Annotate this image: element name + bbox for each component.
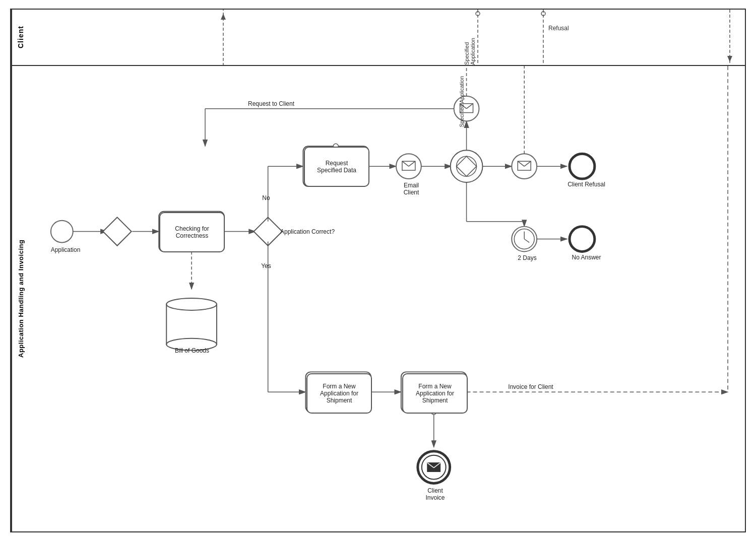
svg-marker-1 [221,14,226,20]
svg-point-57 [570,227,595,252]
specified-application-label: Specified Application [464,17,476,65]
svg-marker-36 [457,156,477,176]
invoice-for-client-label: Invoice for Client [498,383,563,390]
client-invoice-label: Client Invoice [419,487,452,501]
lane-client-label: Client [11,10,29,65]
application-correct-label: Application Correct? [280,228,351,235]
svg-point-18 [166,298,217,310]
diagram-container: Client [10,9,746,532]
svg-rect-13 [103,217,131,245]
svg-line-32 [409,161,415,166]
svg-point-43 [570,154,595,179]
bill-of-goods-label: Bill of Goods [167,347,217,354]
svg-rect-65 [427,463,440,472]
svg-rect-30 [402,161,415,170]
main-lane-svg [29,66,745,531]
svg-point-53 [514,229,534,249]
svg-rect-39 [518,161,531,170]
two-days-label: 2 Days [512,254,542,261]
email-client-label: Email Client [396,182,426,196]
svg-line-40 [518,161,524,166]
svg-point-38 [512,154,537,179]
svg-point-63 [418,451,450,484]
svg-line-31 [402,161,409,166]
no-label: No [259,194,274,201]
svg-point-3 [476,12,480,16]
svg-point-11 [51,221,73,243]
no-answer-label: No Answer [568,254,605,261]
form-new-app-2-task: Form a New Application for Shipment [402,373,468,414]
form-new-app-1-task: Form a New Application for Shipment [306,373,372,414]
svg-line-67 [434,463,440,468]
lane-main-content: Application Checking for Correctness Bil… [29,66,745,531]
svg-point-29 [396,154,421,179]
client-refusal-label: Client Refusal [568,181,605,188]
svg-point-5 [541,12,545,16]
checking-correctness-task: Checking for Correctness [159,212,225,252]
lane-client: Client [11,10,745,66]
refusal-label: Refusal [548,25,569,32]
svg-line-55 [524,239,529,243]
svg-line-41 [524,161,531,166]
yes-label: Yes [259,262,274,269]
svg-rect-17 [166,304,217,345]
specified-app-label-main: Specified Application [459,76,469,127]
application-label: Application [50,246,81,253]
svg-point-34 [451,150,483,182]
svg-rect-21 [254,217,282,245]
svg-point-35 [457,156,477,176]
lane-client-content: Specified Application Refusal [29,10,745,65]
svg-point-64 [422,455,446,480]
svg-marker-7 [727,56,732,62]
lane-main: Application Handling and Invoicing [11,66,745,531]
lane-main-label: Application Handling and Invoicing [11,66,29,531]
client-lane-svg [29,10,745,65]
svg-point-19 [166,339,217,351]
svg-line-66 [427,463,434,468]
request-to-client-label: Request to Client [241,100,301,107]
request-specified-data-task: Request Specified Data [304,147,369,187]
svg-point-52 [512,227,537,252]
